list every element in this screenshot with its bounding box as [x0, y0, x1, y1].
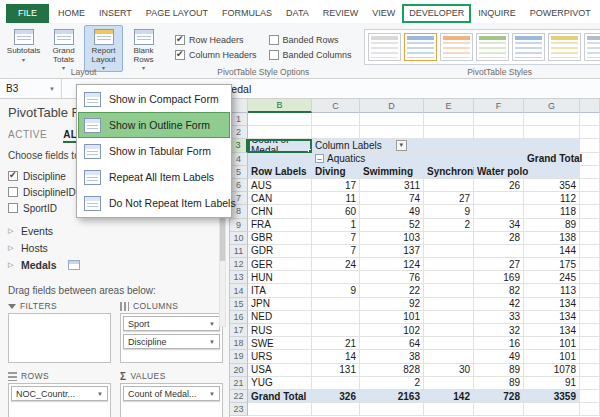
cell-E22[interactable]: 142 [424, 390, 474, 403]
cell-E13[interactable] [424, 271, 474, 284]
cell-D2[interactable] [360, 126, 424, 139]
cell-H11[interactable] [580, 245, 600, 258]
row-header-10[interactable]: 10 [230, 232, 248, 245]
cell-B2[interactable] [248, 126, 312, 139]
cell-D8[interactable]: 49 [360, 205, 424, 218]
column-header-partial[interactable] [580, 99, 600, 113]
cell-F3[interactable] [474, 139, 524, 152]
ribbon-tab-view[interactable]: VIEW [365, 4, 402, 23]
menu-item-show-in-outline-form[interactable]: Show in Outline Form [78, 112, 230, 138]
subtotals-button[interactable]: Subtotals▾ [4, 25, 43, 72]
cell-F7[interactable] [474, 192, 524, 205]
cell-D17[interactable]: 102 [360, 324, 424, 337]
row-header-14[interactable]: 14 [230, 284, 248, 297]
cell-E21[interactable] [424, 377, 474, 390]
cell-H17[interactable] [580, 324, 600, 337]
ribbon-tab-insert[interactable]: INSERT [92, 4, 139, 23]
ribbon-tab-data[interactable]: DATA [279, 4, 316, 23]
field-pill-count-of-medal-[interactable]: Count of Medal...▼ [123, 386, 220, 401]
cell-B17[interactable]: RUS [248, 324, 312, 337]
cell-F17[interactable]: 32 [474, 324, 524, 337]
cell-H3[interactable] [580, 139, 600, 152]
cell-C15[interactable] [312, 298, 360, 311]
tab-active[interactable]: ACTIVE [8, 129, 47, 143]
cell-D1[interactable] [360, 113, 424, 126]
cell-E10[interactable] [424, 232, 474, 245]
cell-B18[interactable]: SWE [248, 337, 312, 350]
cell-F1[interactable] [474, 113, 524, 126]
cell-D9[interactable]: 52 [360, 219, 424, 232]
cell-G16[interactable]: 134 [524, 311, 580, 324]
cell-B11[interactable]: GDR [248, 245, 312, 258]
pivot-style-thumbnail[interactable] [440, 33, 473, 61]
cell-D16[interactable]: 101 [360, 311, 424, 324]
cell-B15[interactable]: JPN [248, 298, 312, 311]
row-header-11[interactable]: 11 [230, 245, 248, 258]
cell-H4[interactable] [580, 153, 600, 166]
cell-E23[interactable] [424, 403, 474, 416]
row-header-2[interactable]: 2 [230, 126, 248, 139]
column-header-E[interactable]: E [424, 99, 474, 113]
grand-totals-button[interactable]: Grand Totals▾ [44, 25, 83, 72]
menu-item-show-in-tabular-form[interactable]: Show in Tabular Form [78, 138, 230, 164]
expand-arrow-icon[interactable]: ▷ [8, 261, 16, 269]
report-layout-button[interactable]: Report Layout▾ [84, 25, 123, 72]
cell-F16[interactable]: 33 [474, 311, 524, 324]
cell-E18[interactable] [424, 337, 474, 350]
cell-B12[interactable]: GER [248, 258, 312, 271]
cell-D20[interactable]: 828 [360, 364, 424, 377]
pivot-style-thumbnail[interactable] [476, 33, 509, 61]
rows-box[interactable]: NOC_Countr...▼ [8, 383, 111, 417]
pivot-style-thumbnail[interactable] [584, 33, 600, 61]
menu-item-do-not-repeat-item-labels[interactable]: Do Not Repeat Item Labels [78, 190, 230, 216]
cell-C5[interactable]: Diving [312, 166, 360, 179]
cell-G14[interactable]: 113 [524, 284, 580, 297]
cell-H6[interactable] [580, 179, 600, 192]
cell-H10[interactable] [580, 232, 600, 245]
cell-C19[interactable]: 14 [312, 350, 360, 363]
column-header-F[interactable]: F [474, 99, 524, 113]
ribbon-tab-developer[interactable]: DEVELOPER [402, 4, 471, 23]
cell-B13[interactable]: HUN [248, 271, 312, 284]
pill-caret-icon[interactable]: ▼ [209, 339, 215, 345]
ribbon-tab-home[interactable]: HOME [51, 4, 92, 23]
cell-E12[interactable] [424, 258, 474, 271]
row-header-9[interactable]: 9 [230, 219, 248, 232]
cell-H21[interactable] [580, 377, 600, 390]
cell-C2[interactable] [312, 126, 360, 139]
cell-G22[interactable]: 3359 [524, 390, 580, 403]
cell-C11[interactable]: 7 [312, 245, 360, 258]
cell-C13[interactable] [312, 271, 360, 284]
collapse-button-icon[interactable]: – [315, 154, 324, 163]
cell-E15[interactable] [424, 298, 474, 311]
cell-H12[interactable] [580, 258, 600, 271]
cell-H7[interactable] [580, 192, 600, 205]
cell-H14[interactable] [580, 284, 600, 297]
checkbox-column-headers[interactable]: Column Headers [175, 50, 257, 60]
row-header-23[interactable]: 23 [230, 403, 248, 416]
cell-G10[interactable]: 138 [524, 232, 580, 245]
cell-F10[interactable]: 28 [474, 232, 524, 245]
cell-E4[interactable] [424, 153, 474, 166]
cell-C12[interactable]: 24 [312, 258, 360, 271]
cell-E9[interactable]: 2 [424, 219, 474, 232]
cell-H15[interactable] [580, 298, 600, 311]
cell-C3[interactable]: Column Labels▼ [312, 139, 360, 152]
checkbox-icon[interactable] [269, 35, 279, 45]
cell-B1[interactable] [248, 113, 312, 126]
cell-G2[interactable] [524, 126, 580, 139]
cell-G12[interactable]: 175 [524, 258, 580, 271]
cell-E20[interactable]: 30 [424, 364, 474, 377]
pill-caret-icon[interactable]: ▼ [209, 391, 215, 397]
cell-G6[interactable]: 354 [524, 179, 580, 192]
cell-C23[interactable] [312, 403, 360, 416]
cell-D11[interactable]: 137 [360, 245, 424, 258]
columns-box[interactable]: Sport▼Discipline▼ [120, 313, 223, 363]
cell-E7[interactable]: 27 [424, 192, 474, 205]
cell-F20[interactable]: 89 [474, 364, 524, 377]
cell-C9[interactable]: 1 [312, 219, 360, 232]
cell-C7[interactable]: 11 [312, 192, 360, 205]
row-header-17[interactable]: 17 [230, 324, 248, 337]
table-item-medals[interactable]: ▷Medals [8, 256, 229, 273]
cell-B4[interactable] [248, 153, 312, 166]
